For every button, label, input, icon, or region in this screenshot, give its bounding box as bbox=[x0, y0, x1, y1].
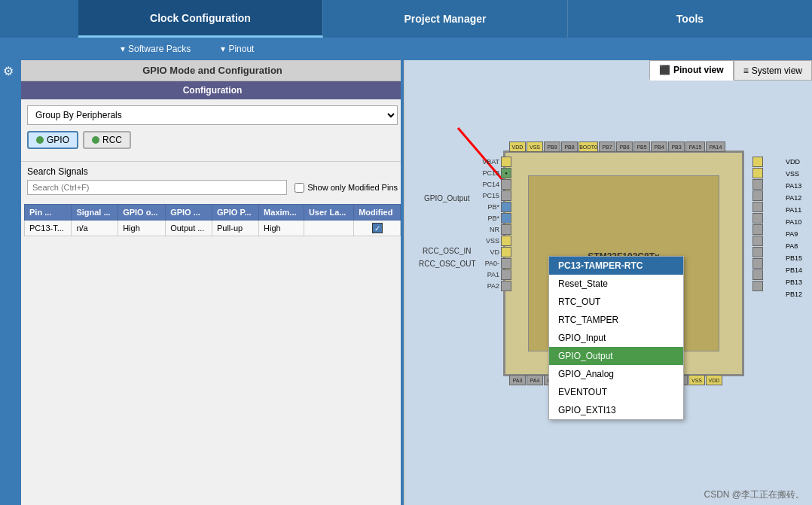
pinout-view-tab[interactable]: ⬛ Pinout view bbox=[649, 60, 734, 81]
show-modified-text: Show only Modified Pins bbox=[307, 183, 398, 192]
pin-table-container: Pin ... Signal ... GPIO o... GPIO ... GP… bbox=[21, 204, 404, 236]
pin-rcc-osc-in[interactable] bbox=[501, 202, 511, 212]
pin-vdd-left[interactable] bbox=[501, 247, 511, 257]
pin-pb3[interactable]: PB3 bbox=[668, 141, 685, 152]
pin-pa1[interactable] bbox=[501, 269, 511, 280]
pin-pa11[interactable] bbox=[752, 202, 763, 212]
left-pin-nr: NR bbox=[475, 224, 511, 235]
pin-boot0[interactable]: BOOT0 bbox=[578, 141, 598, 152]
pin-pb12[interactable] bbox=[752, 281, 763, 291]
context-menu-rtc-tamper[interactable]: RTC_TAMPER bbox=[549, 311, 683, 329]
subnav-pinout[interactable]: ▾ Pinout bbox=[221, 44, 254, 54]
subnav-software-packs[interactable]: ▾ Software Packs bbox=[121, 44, 191, 54]
context-menu: PC13-TAMPER-RTC Reset_State RTC_OUT RTC_… bbox=[548, 256, 684, 420]
rcc-osc-out-label: RCC_OSC_OUT bbox=[419, 260, 476, 268]
col-gpio-p[interactable]: GPIO P... bbox=[212, 205, 258, 221]
pin-pb8[interactable]: PB8 bbox=[561, 141, 578, 152]
nav-tools[interactable]: Tools bbox=[568, 0, 812, 38]
context-menu-gpio-exti13[interactable]: GPIO_EXTI13 bbox=[549, 401, 683, 419]
left-pin-pa1: PA1 bbox=[475, 269, 511, 280]
pin-pa8[interactable] bbox=[752, 236, 763, 246]
pin-vdd-top[interactable]: VDD bbox=[509, 141, 526, 152]
pin-pa0[interactable] bbox=[501, 258, 511, 269]
col-gpio-d[interactable]: GPIO ... bbox=[166, 205, 212, 221]
show-modified-checkbox[interactable] bbox=[295, 183, 304, 193]
cell-gpio-p: Pull-up bbox=[212, 221, 258, 236]
right-label-vdd: VDD bbox=[786, 157, 802, 168]
pin-pa4[interactable]: PA4 bbox=[527, 375, 543, 385]
pin-pa2[interactable] bbox=[501, 281, 511, 291]
pc15-label: PC15 bbox=[475, 192, 499, 199]
context-menu-reset[interactable]: Reset_State bbox=[549, 275, 683, 293]
pin-vdd-right[interactable] bbox=[752, 157, 763, 167]
pin-pb9[interactable]: PB9 bbox=[544, 141, 560, 152]
cell-pin[interactable]: PC13-T... bbox=[25, 221, 72, 236]
right-panel: ⬛ Pinout view ≡ System view VDD VSS bbox=[405, 60, 812, 505]
sub-navigation: ▾ Software Packs ▾ Pinout bbox=[0, 38, 812, 60]
pin-pa9[interactable] bbox=[752, 224, 763, 235]
pin-nr[interactable] bbox=[501, 224, 511, 235]
table-row: PC13-T... n/a High Output ... Pull-up Hi… bbox=[25, 221, 401, 236]
pin-pb14[interactable] bbox=[752, 258, 763, 269]
pin-pa13[interactable] bbox=[752, 179, 763, 190]
left-pin-pb-out: PB* bbox=[475, 213, 511, 224]
col-signal[interactable]: Signal ... bbox=[72, 205, 118, 221]
chevron-down-icon: ▾ bbox=[221, 44, 225, 54]
system-view-tab[interactable]: ≡ System view bbox=[734, 60, 812, 81]
context-menu-gpio-analog[interactable]: GPIO_Analog bbox=[549, 365, 683, 383]
pin-vss-left[interactable] bbox=[501, 236, 511, 246]
pin-pc13[interactable]: ● bbox=[501, 168, 511, 178]
right-label-pb14: PB14 bbox=[786, 265, 802, 276]
pin-pa12[interactable] bbox=[752, 190, 763, 201]
search-input[interactable] bbox=[27, 180, 287, 195]
col-max[interactable]: Maxim... bbox=[259, 205, 304, 221]
pin-pb13[interactable] bbox=[752, 269, 763, 280]
pin-vss-right[interactable] bbox=[752, 168, 763, 178]
show-modified-label[interactable]: Show only Modified Pins bbox=[295, 183, 398, 193]
left-pin-pa0: PA0- bbox=[475, 258, 511, 269]
col-modified[interactable]: Modified bbox=[354, 205, 401, 221]
pin-pc15[interactable] bbox=[501, 190, 511, 201]
panel-resize-handle[interactable] bbox=[401, 60, 404, 505]
pin-pb6[interactable]: PB6 bbox=[616, 141, 633, 152]
pin-table: Pin ... Signal ... GPIO o... GPIO ... GP… bbox=[24, 204, 401, 236]
pin-pa10[interactable] bbox=[752, 213, 763, 224]
col-gpio-o[interactable]: GPIO o... bbox=[118, 205, 166, 221]
pin-pb4[interactable]: PB4 bbox=[651, 141, 667, 152]
watermark-text: CSDN @李工正在搬砖。 bbox=[704, 489, 804, 500]
left-pins-col: VBAT PC13 ● PC14 PC15 PB* bbox=[475, 157, 511, 291]
pin-rcc-osc-out[interactable] bbox=[501, 213, 511, 224]
rcc-tab[interactable]: RCC bbox=[83, 131, 131, 149]
nav-project-manager[interactable]: Project Manager bbox=[323, 0, 568, 38]
pin-vss-bot[interactable]: VSS bbox=[688, 375, 705, 385]
vss-label: VSS bbox=[475, 237, 499, 245]
pinout-icon: ⬛ bbox=[659, 65, 670, 75]
pin-pb15[interactable] bbox=[752, 247, 763, 257]
chevron-down-icon: ▾ bbox=[121, 44, 125, 54]
gpio-tab[interactable]: GPIO bbox=[27, 131, 78, 149]
col-user-label[interactable]: User La... bbox=[304, 205, 353, 221]
group-by-select[interactable]: Group By Peripherals Group By Mode bbox=[27, 105, 398, 125]
context-menu-eventout[interactable]: EVENTOUT bbox=[549, 383, 683, 401]
pin-vss-top[interactable]: VSS bbox=[527, 141, 543, 152]
pin-vdd-bot[interactable]: VDD bbox=[706, 375, 722, 385]
context-menu-gpio-output[interactable]: GPIO_Output bbox=[549, 347, 683, 365]
gear-icon[interactable]: ⚙ bbox=[3, 64, 18, 79]
pin-pa15[interactable]: PA15 bbox=[685, 141, 705, 152]
context-menu-gpio-input[interactable]: GPIO_Input bbox=[549, 329, 683, 347]
nav-clock-config[interactable]: Clock Configuration bbox=[78, 0, 323, 38]
pin-pb5[interactable]: PB5 bbox=[633, 141, 650, 152]
pin-pc14[interactable] bbox=[501, 179, 511, 190]
context-menu-rtc-out[interactable]: RTC_OUT bbox=[549, 293, 683, 311]
pin-pa14[interactable]: PA14 bbox=[706, 141, 725, 152]
pb-osc-in-label: PB* bbox=[475, 203, 499, 211]
pin-pa3[interactable]: PA3 bbox=[509, 375, 526, 385]
left-panel: GPIO Mode and Configuration Configuratio… bbox=[21, 60, 405, 505]
right-label-pa11: PA11 bbox=[786, 205, 802, 216]
right-label-pb13: PB13 bbox=[786, 277, 802, 288]
pin-vbat[interactable] bbox=[501, 157, 511, 167]
pin-pb7[interactable]: PB7 bbox=[599, 141, 615, 152]
col-pin[interactable]: Pin ... bbox=[25, 205, 72, 221]
left-pin-pc14: PC14 bbox=[475, 179, 511, 190]
vbat-label: VBAT bbox=[475, 158, 499, 166]
